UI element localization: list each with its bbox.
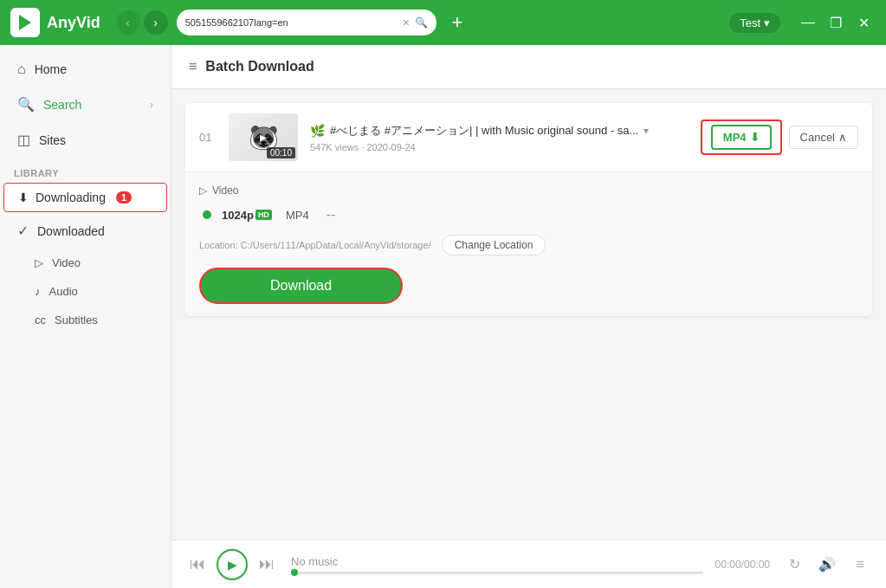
format-label: MP4: [723, 131, 747, 144]
format-button[interactable]: MP4 ⬇: [711, 125, 772, 150]
user-menu-chevron: ▾: [764, 16, 770, 29]
close-button[interactable]: ✕: [851, 10, 876, 35]
search-icon: 🔍: [17, 96, 35, 113]
video-title-row: 🌿 #べじまる #アニメーション| | with Music original …: [310, 123, 689, 139]
sites-icon: ◫: [17, 132, 30, 148]
player-no-music-label: No music: [291, 555, 703, 568]
url-bar[interactable]: 5051559662107lang=en × 🔍: [177, 10, 437, 36]
change-location-button[interactable]: Change Location: [442, 235, 546, 255]
sidebar-subtitles-label: Subtitles: [55, 313, 98, 326]
quality-row: 1024pHD MP4 --: [199, 207, 858, 223]
sidebar-audio-label: Audio: [49, 285, 78, 298]
video-list: 01 🐼 ▶ 00:10 🌿 #べじまる #アニメーション| | with Mu…: [171, 89, 886, 540]
next-track-button[interactable]: ⏭: [255, 552, 279, 577]
sidebar-item-video[interactable]: ▷ Video: [3, 249, 167, 276]
quality-label: 1024pHD: [222, 209, 272, 222]
batch-download-icon: ≡: [189, 59, 197, 74]
library-section-label: Library: [0, 158, 171, 182]
window-controls: — ❐ ✕: [796, 10, 876, 35]
cancel-label: Cancel: [800, 131, 835, 144]
titlebar: AnyVid ‹ › 5051559662107lang=en × 🔍 + Te…: [0, 0, 886, 45]
expand-arrow-icon[interactable]: ▾: [643, 125, 649, 137]
repeat-button[interactable]: ↻: [782, 552, 806, 577]
subtitles-icon: cc: [35, 313, 46, 326]
sidebar-search-label: Search: [43, 98, 81, 112]
video-icon: ▷: [35, 256, 43, 269]
video-date: 2020-09-24: [366, 142, 415, 152]
player-track: No music: [291, 555, 703, 574]
video-views: 547K views: [310, 142, 359, 152]
video-actions: MP4 ⬇ Cancel ∧: [701, 120, 858, 155]
video-thumbnail: 🐼 ▶ 00:10: [229, 113, 298, 161]
sidebar-sites-label: Sites: [39, 133, 66, 147]
downloading-icon: ⬇: [18, 191, 29, 204]
video-expanded-section: ▷ Video 1024pHD MP4 -- Location: C:/User…: [185, 171, 872, 316]
section-title-video: ▷ Video: [199, 184, 858, 197]
thumb-play-icon[interactable]: ▶: [253, 127, 274, 148]
download-button[interactable]: Download: [199, 268, 403, 304]
video-duration: 00:10: [267, 147, 295, 158]
url-search-icon: 🔍: [415, 16, 428, 29]
format-button-box: MP4 ⬇: [701, 120, 782, 155]
restore-button[interactable]: ❐: [824, 10, 848, 35]
location-row: Location: C:/Users/111/AppData/Local/Any…: [199, 235, 858, 255]
main-layout: ⌂ Home 🔍 Search › ◫ Sites Library ⬇ Down…: [0, 45, 886, 588]
format-download-icon: ⬇: [750, 131, 760, 144]
download-button-wrapper: Download: [199, 268, 858, 304]
title-emoji: 🌿: [310, 124, 325, 138]
prev-track-button[interactable]: ⏮: [185, 552, 210, 577]
section-video-label: Video: [212, 184, 238, 197]
app-name: AnyVid: [47, 14, 100, 32]
hd-badge: HD: [255, 210, 272, 220]
progress-bar[interactable]: [291, 572, 703, 574]
close-tab-icon[interactable]: ×: [403, 16, 410, 29]
player-time: 00:00/00:00: [715, 559, 770, 571]
sidebar-item-subtitles[interactable]: cc Subtitles: [3, 307, 167, 333]
sidebar-downloading-label: Downloading: [36, 191, 106, 204]
video-card: 01 🐼 ▶ 00:10 🌿 #べじまる #アニメーション| | with Mu…: [185, 103, 872, 316]
quality-dash: --: [327, 207, 336, 223]
quality-selected-indicator: [203, 210, 211, 219]
app-logo: AnyVid: [10, 8, 100, 37]
svg-marker-0: [19, 15, 31, 30]
url-text: 5051559662107lang=en: [185, 17, 398, 28]
video-header: 01 🐼 ▶ 00:10 🌿 #べじまる #アニメーション| | with Mu…: [185, 103, 872, 171]
nav-forward-button[interactable]: ›: [144, 10, 168, 35]
search-chevron-icon: ›: [150, 99, 153, 111]
nav-arrows: ‹ ›: [116, 10, 168, 35]
page-title: Batch Download: [205, 59, 314, 74]
user-menu[interactable]: Test ▾: [729, 13, 780, 33]
sidebar-item-downloaded[interactable]: ✓ Downloaded: [3, 214, 167, 248]
cancel-icon: ∧: [838, 131, 847, 144]
quality-format: MP4: [286, 209, 309, 222]
minimize-button[interactable]: —: [796, 10, 820, 35]
cancel-button[interactable]: Cancel ∧: [789, 126, 858, 149]
sidebar-item-home[interactable]: ⌂ Home: [3, 53, 167, 86]
video-title-text: #べじまる #アニメーション| | with Music original so…: [330, 123, 638, 139]
play-button[interactable]: ▶: [217, 549, 248, 580]
downloaded-icon: ✓: [17, 223, 29, 239]
page-header: ≡ Batch Download: [171, 45, 886, 89]
sidebar-item-downloading[interactable]: ⬇ Downloading 1: [3, 183, 167, 212]
sidebar-home-label: Home: [35, 62, 67, 76]
volume-button[interactable]: 🔊: [815, 552, 839, 577]
video-info: 🌿 #べじまる #アニメーション| | with Music original …: [310, 123, 689, 152]
sidebar-downloaded-label: Downloaded: [37, 224, 105, 238]
audio-icon: ♪: [35, 285, 41, 298]
sidebar: ⌂ Home 🔍 Search › ◫ Sites Library ⬇ Down…: [0, 45, 171, 588]
section-video-icon: ▷: [199, 184, 207, 197]
add-tab-button[interactable]: +: [445, 10, 469, 35]
sidebar-item-sites[interactable]: ◫ Sites: [3, 123, 167, 157]
downloading-badge: 1: [116, 191, 132, 204]
player-controls: ⏮ ▶ ⏭: [185, 549, 279, 580]
nav-back-button[interactable]: ‹: [116, 10, 140, 35]
sidebar-item-search[interactable]: 🔍 Search ›: [3, 87, 167, 121]
logo-icon: [10, 8, 40, 37]
sidebar-item-audio[interactable]: ♪ Audio: [3, 278, 167, 305]
video-meta: 547K views · 2020-09-24: [310, 142, 689, 152]
home-icon: ⌂: [17, 61, 26, 77]
location-label: Location: C:/Users/111/AppData/Local/Any…: [199, 240, 431, 250]
progress-indicator: [291, 569, 298, 576]
video-index: 01: [199, 131, 217, 144]
playlist-button[interactable]: ≡: [848, 552, 872, 577]
